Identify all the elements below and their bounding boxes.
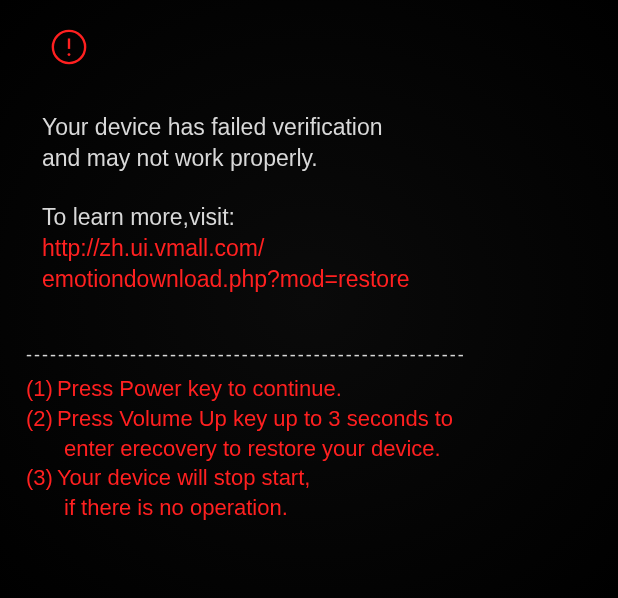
instruction-text: Press Volume Up key up to 3 seconds to: [53, 404, 453, 434]
instruction-3: (3) Your device will stop start,: [26, 463, 576, 493]
instruction-num: (3): [26, 463, 53, 493]
learn-more-url: http://zh.ui.vmall.com/ emotiondownload.…: [42, 233, 576, 295]
separator-line: ----------------------------------------…: [26, 345, 576, 366]
instruction-2: (2) Press Volume Up key up to 3 seconds …: [26, 404, 576, 434]
instruction-text: Your device will stop start,: [53, 463, 311, 493]
instructions-list: (1) Press Power key to continue. (2) Pre…: [26, 374, 576, 522]
verification-failed-message: Your device has failed verification and …: [42, 112, 576, 174]
svg-point-2: [68, 53, 71, 56]
warning-line-1: Your device has failed verification: [42, 112, 576, 143]
warning-icon: [50, 28, 576, 70]
warning-line-2: and may not work properly.: [42, 143, 576, 174]
instruction-num: (1): [26, 374, 53, 404]
instruction-num: (2): [26, 404, 53, 434]
learn-more-block: To learn more,visit: http://zh.ui.vmall.…: [42, 202, 576, 295]
url-line-2: emotiondownload.php?mod=restore: [42, 264, 576, 295]
learn-more-label: To learn more,visit:: [42, 202, 576, 233]
instruction-text: Press Power key to continue.: [53, 374, 342, 404]
url-line-1: http://zh.ui.vmall.com/: [42, 233, 576, 264]
instruction-3-continuation: if there is no operation.: [26, 493, 576, 523]
instruction-2-continuation: enter erecovery to restore your device.: [26, 434, 576, 464]
instruction-1: (1) Press Power key to continue.: [26, 374, 576, 404]
